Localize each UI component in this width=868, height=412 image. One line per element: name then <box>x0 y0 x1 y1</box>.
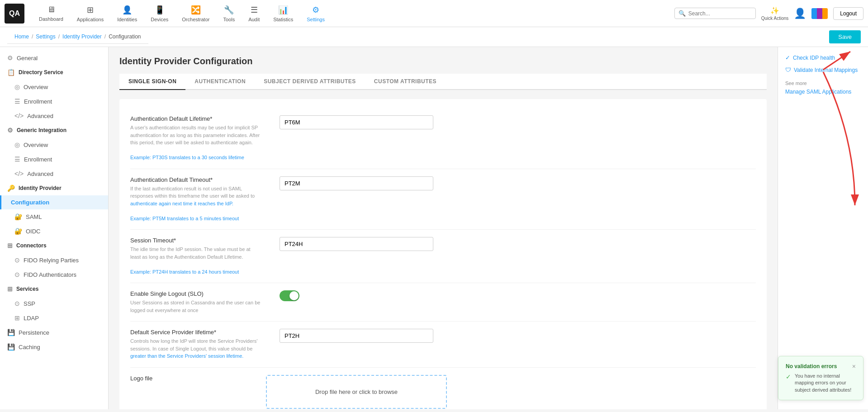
main-content: Identity Provider Configuration SINGLE S… <box>109 47 778 409</box>
session-timeout-input[interactable] <box>280 237 433 251</box>
nav-settings[interactable]: ⚙ Settings <box>301 2 330 25</box>
audit-icon: ☰ <box>251 5 258 15</box>
nav-applications[interactable]: ⊞ Applications <box>71 2 109 25</box>
check-idp-health-link[interactable]: ✓ Check IDP health <box>785 54 861 61</box>
breadcrumb-config: Configuration <box>109 33 141 40</box>
breadcrumb-settings[interactable]: Settings <box>36 33 55 40</box>
logout-button[interactable]: Logout <box>833 7 863 20</box>
sidebar-item-fido-rp[interactable]: ⊙ FIDO Relying Parties <box>0 253 108 267</box>
ssp-icon: ⊙ <box>14 300 20 307</box>
logo: QA <box>5 4 24 24</box>
nav-identities[interactable]: 👤 Identities <box>112 2 142 25</box>
user-avatar[interactable]: 👤 <box>794 8 806 19</box>
tab-sso[interactable]: SINGLE SIGN-ON <box>119 74 185 90</box>
nav-dashboard[interactable]: 🖥 Dashboard <box>33 2 69 24</box>
toast-check-icon: ✓ <box>786 373 791 393</box>
tab-subject-derived[interactable]: SUBJECT DERIVED ATTRIBUTES <box>255 74 365 90</box>
form-row-slo: Enable Single Logout (SLO) User Sessions… <box>130 283 756 322</box>
sp-lifetime-input[interactable] <box>280 329 433 343</box>
form-row-logo: Logo file Drop file here or click to bro… <box>130 368 756 410</box>
validate-mappings-link[interactable]: 🛡 Validate Internal Mappings <box>785 66 861 73</box>
save-button[interactable]: Save <box>829 30 861 43</box>
saml-icon: 🔐 <box>14 213 22 220</box>
nav-items: 🖥 Dashboard ⊞ Applications 👤 Identities … <box>33 2 674 25</box>
breadcrumb: Home / Settings / Identity Provider / Co… <box>7 30 148 44</box>
dashboard-icon: 🖥 <box>47 5 55 14</box>
fido-rp-icon: ⊙ <box>14 256 20 264</box>
nav-audit[interactable]: ☰ Audit <box>243 2 265 25</box>
quick-actions[interactable]: ✨ Quick Actions <box>761 6 789 21</box>
slo-desc: User Sessions as stored in Cassandra and… <box>130 299 261 314</box>
sidebar-item-generic-integration[interactable]: ⚙ Generic Integration <box>0 123 108 137</box>
toast-body-text: You have no internal mapping errors on y… <box>795 373 856 393</box>
auth-lifetime-input[interactable] <box>280 115 433 129</box>
identity-provider-icon: 🔑 <box>7 185 15 192</box>
sidebar-item-enrollment-ds[interactable]: ☰ Enrollment <box>0 94 108 109</box>
tools-icon: 🔧 <box>224 5 234 15</box>
search-input[interactable] <box>688 10 752 17</box>
breadcrumb-idp[interactable]: Identity Provider <box>62 33 102 40</box>
applications-icon: ⊞ <box>87 5 94 15</box>
sidebar-item-connectors[interactable]: ⊞ Connectors <box>0 238 108 253</box>
breadcrumb-home[interactable]: Home <box>14 33 29 40</box>
tab-custom-attributes[interactable]: CUSTOM ATTRIBUTES <box>365 74 446 90</box>
sidebar-item-advanced-ds[interactable]: </> Advanced <box>0 109 108 123</box>
sidebar-item-caching[interactable]: 💾 Caching <box>0 340 108 354</box>
sidebar-item-overview-gi[interactable]: ◎ Overview <box>0 137 108 152</box>
sidebar-item-advanced-gi[interactable]: </> Advanced <box>0 166 108 181</box>
tab-authentication[interactable]: AUTHENTICATION <box>185 74 255 90</box>
form-row-sp-lifetime: Default Service Provider lifetime* Contr… <box>130 322 756 368</box>
sidebar-item-identity-provider[interactable]: 🔑 Identity Provider <box>0 181 108 195</box>
search-box[interactable]: 🔍 <box>674 8 756 19</box>
sidebar-item-overview-ds[interactable]: ◎ Overview <box>0 80 108 94</box>
auth-timeout-input[interactable] <box>280 176 433 190</box>
auth-timeout-desc: If the last authentication result is not… <box>130 185 261 223</box>
quick-actions-icon: ✨ <box>770 6 779 15</box>
nav-statistics[interactable]: 📊 Statistics <box>268 2 299 25</box>
sidebar-item-configuration[interactable]: Configuration <box>0 195 108 209</box>
sidebar-item-ldap[interactable]: ⊞ LDAP <box>0 311 108 325</box>
statistics-icon: 📊 <box>278 5 288 15</box>
enrollment-gi-icon: ☰ <box>14 156 20 163</box>
logo-file-label: Logo file <box>130 375 248 382</box>
manage-saml-link[interactable]: Manage SAML Applications <box>785 89 861 95</box>
sidebar-item-services[interactable]: ⊞ Services <box>0 282 108 296</box>
fido-auth-icon: ⊙ <box>14 271 20 278</box>
general-icon: ⚙ <box>7 54 13 62</box>
form-section: Authentication Default Lifetime* A user'… <box>119 99 767 409</box>
tabs: SINGLE SIGN-ON AUTHENTICATION SUBJECT DE… <box>119 74 767 90</box>
right-panel: ✓ Check IDP health 🛡 Validate Internal M… <box>778 47 868 409</box>
advanced-ds-icon: </> <box>14 112 24 119</box>
sidebar-item-fido-auth[interactable]: ⊙ FIDO Authenticators <box>0 267 108 282</box>
top-nav: QA 🖥 Dashboard ⊞ Applications 👤 Identiti… <box>0 0 868 27</box>
sidebar-item-saml[interactable]: 🔐 SAML <box>0 209 108 224</box>
directory-service-icon: 📋 <box>7 69 15 76</box>
settings-icon: ⚙ <box>312 5 319 15</box>
slo-toggle[interactable] <box>280 290 299 301</box>
persistence-icon: 💾 <box>7 329 15 336</box>
page-title: Identity Provider Configuration <box>119 56 767 66</box>
file-drop-zone[interactable]: Drop file here or click to browse <box>266 375 447 409</box>
nav-right: 🔍 ✨ Quick Actions 👤 Logout <box>674 6 863 21</box>
sidebar-item-oidc[interactable]: 🔐 OIDC <box>0 224 108 238</box>
devices-icon: 📱 <box>155 5 165 15</box>
sidebar-item-persistence[interactable]: 💾 Persistence <box>0 325 108 340</box>
sidebar-item-directory-service[interactable]: 📋 Directory Service <box>0 65 108 80</box>
nav-devices[interactable]: 📱 Devices <box>145 2 174 25</box>
sidebar-item-ssp[interactable]: ⊙ SSP <box>0 296 108 311</box>
advanced-gi-icon: </> <box>14 170 24 177</box>
sidebar-item-enrollment-gi[interactable]: ☰ Enrollment <box>0 152 108 166</box>
session-timeout-label: Session Timeout* <box>130 237 261 244</box>
auth-lifetime-label: Authentication Default Lifetime* <box>130 115 261 122</box>
check-icon: ✓ <box>785 54 790 61</box>
form-row-auth-lifetime: Authentication Default Lifetime* A user'… <box>130 108 756 169</box>
shield-icon: 🛡 <box>785 66 791 73</box>
auth-timeout-label: Authentication Default Timeout* <box>130 176 261 183</box>
toast-close-button[interactable]: × <box>852 363 856 370</box>
ldap-icon: ⊞ <box>14 314 20 322</box>
sidebar-item-general[interactable]: ⚙ General <box>0 51 108 65</box>
nav-orchestrator[interactable]: 🔀 Orchestrator <box>176 2 215 25</box>
overview-ds-icon: ◎ <box>14 83 20 90</box>
nav-tools[interactable]: 🔧 Tools <box>218 2 240 25</box>
breadcrumb-bar: Home / Settings / Identity Provider / Co… <box>0 27 868 47</box>
